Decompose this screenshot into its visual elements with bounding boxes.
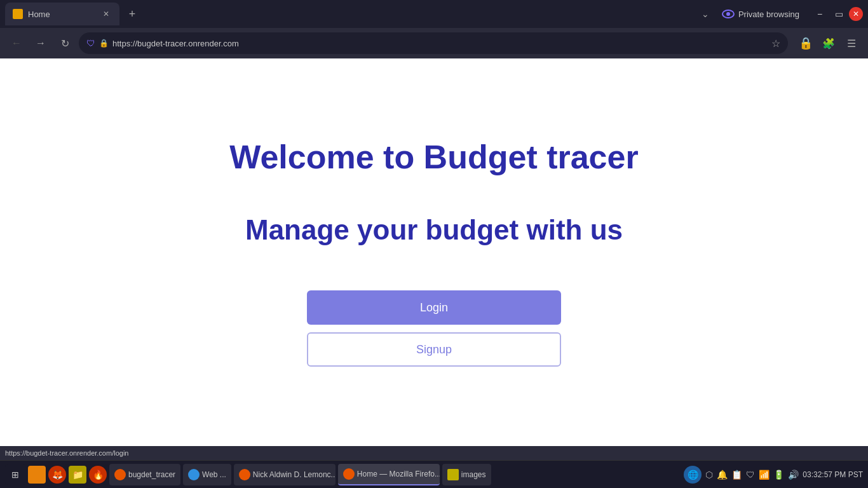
forward-button[interactable]: → bbox=[31, 33, 51, 53]
taskbar-app-label-images: images bbox=[461, 470, 486, 479]
taskbar-app-label-web: Web ... bbox=[202, 470, 226, 479]
subtitle: Manage your budget with us bbox=[245, 214, 623, 246]
taskbar-clipboard-icon[interactable]: 📋 bbox=[731, 470, 742, 480]
address-bar[interactable]: 🛡 🔒 https://bugdet-tracer.onrender.com ☆ bbox=[79, 32, 788, 54]
taskbar-shield-icon[interactable]: 🛡 bbox=[746, 470, 755, 480]
active-tab[interactable]: Home ✕ bbox=[5, 3, 119, 25]
taskbar-icon-fox[interactable]: 🦊 bbox=[48, 466, 66, 484]
taskbar-mute-icon[interactable]: 🔔 bbox=[717, 470, 728, 480]
nav-right-buttons: 🔒 🧩 ☰ bbox=[796, 33, 862, 53]
taskbar-app-web[interactable]: Web ... bbox=[183, 464, 231, 485]
shield-icon: 🛡 bbox=[86, 38, 95, 48]
title-bar: Home ✕ + ⌄ Private browsing − ▭ ✕ bbox=[0, 0, 868, 28]
maximize-button[interactable]: ▭ bbox=[830, 5, 848, 23]
taskbar-wifi-icon[interactable]: 📶 bbox=[759, 470, 770, 480]
login-button[interactable]: Login bbox=[307, 290, 561, 325]
taskbar-time: 03:32:57 PM PST bbox=[803, 470, 863, 479]
close-button[interactable]: ✕ bbox=[849, 7, 863, 21]
browser-window: Home ✕ + ⌄ Private browsing − ▭ ✕ ← → ↻ … bbox=[0, 0, 868, 488]
taskbar-app-icon-nick bbox=[239, 469, 250, 480]
private-browsing-icon bbox=[722, 8, 735, 20]
tab-title: Home bbox=[28, 10, 95, 19]
minimize-button[interactable]: − bbox=[811, 5, 829, 23]
taskbar-app-label-home: Home — Mozilla Firefo... bbox=[357, 470, 440, 478]
status-url: https://bugdet-tracer.onrender.com/login bbox=[5, 449, 128, 457]
svg-point-1 bbox=[726, 12, 730, 16]
taskbar-app-icon-web bbox=[188, 469, 200, 480]
taskbar-app-home[interactable]: Home — Mozilla Firefo... bbox=[338, 464, 440, 485]
taskbar-volume-icon[interactable]: 🔊 bbox=[788, 470, 799, 480]
back-button[interactable]: ← bbox=[6, 33, 27, 53]
taskbar-app-icon-images bbox=[447, 469, 459, 480]
tab-list-button[interactable]: ⌄ bbox=[695, 4, 715, 24]
taskbar-globe-icon[interactable]: 🌐 bbox=[684, 466, 702, 484]
address-text: https://bugdet-tracer.onrender.com bbox=[112, 39, 768, 48]
nav-bar: ← → ↻ 🛡 🔒 https://bugdet-tracer.onrender… bbox=[0, 28, 868, 58]
signup-button[interactable]: Signup bbox=[307, 332, 561, 367]
tab-bar: Home ✕ + bbox=[5, 0, 695, 28]
taskbar-app-label-nick: Nick Aldwin D. Lemonc... bbox=[253, 470, 336, 479]
taskbar: ⊞ 🦊 📁 🔥 bugdet_tracer Web ... Nick Aldwi… bbox=[0, 460, 868, 488]
tab-favicon bbox=[13, 9, 23, 19]
extensions-button[interactable]: 🧩 bbox=[818, 33, 839, 53]
private-browsing-indicator: Private browsing bbox=[715, 8, 806, 20]
taskbar-app-images[interactable]: images bbox=[442, 464, 491, 485]
tab-close-button[interactable]: ✕ bbox=[100, 8, 112, 20]
taskbar-app-bugdet[interactable]: bugdet_tracer bbox=[109, 464, 180, 485]
taskbar-icon-orange[interactable] bbox=[28, 466, 46, 484]
taskbar-system-icon-1[interactable]: ⊞ bbox=[5, 464, 25, 485]
reload-button[interactable]: ↻ bbox=[55, 33, 75, 53]
window-controls: − ▭ ✕ bbox=[811, 5, 863, 23]
new-tab-button[interactable]: + bbox=[122, 4, 142, 24]
taskbar-app-icon-home bbox=[343, 468, 355, 480]
taskbar-app-icon-bugdet bbox=[114, 469, 126, 480]
taskbar-icon-folder[interactable]: 📁 bbox=[69, 466, 86, 484]
taskbar-right-area: 🌐 ⬡ 🔔 📋 🛡 📶 🔋 🔊 03:32:57 PM PST bbox=[684, 466, 863, 484]
bookmark-star-icon[interactable]: ☆ bbox=[771, 37, 780, 50]
private-browsing-label: Private browsing bbox=[738, 10, 799, 19]
taskbar-battery-icon[interactable]: 🔋 bbox=[773, 470, 784, 480]
taskbar-icon-firefox2[interactable]: 🔥 bbox=[89, 466, 107, 484]
page-content: Welcome to Budget tracer Manage your bud… bbox=[0, 58, 868, 446]
taskbar-app-nick[interactable]: Nick Aldwin D. Lemonc... bbox=[234, 464, 336, 485]
action-buttons: Login Signup bbox=[307, 290, 561, 367]
welcome-title: Welcome to Budget tracer bbox=[229, 138, 638, 176]
taskbar-bluetooth-icon[interactable]: ⬡ bbox=[705, 470, 713, 480]
status-bar: https://bugdet-tracer.onrender.com/login bbox=[0, 446, 868, 460]
taskbar-app-label-bugdet: bugdet_tracer bbox=[128, 470, 175, 479]
lock-icon: 🔒 bbox=[99, 39, 109, 48]
menu-button[interactable]: ☰ bbox=[841, 33, 862, 53]
firefox-account-button[interactable]: 🔒 bbox=[796, 33, 816, 53]
